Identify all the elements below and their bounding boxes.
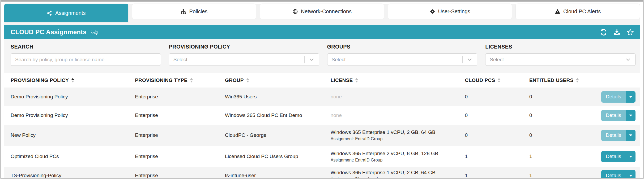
- tab-cloud-pc-alerts[interactable]: Cloud PC Alerts: [516, 4, 640, 19]
- column-header-cloud-pcs[interactable]: CLOUD PCS: [465, 77, 529, 83]
- licenses-label: LICENSES: [485, 44, 636, 50]
- cell-actions: Details: [594, 110, 636, 121]
- filter-groups: GROUPS Select...: [327, 44, 477, 67]
- cell-type: Enterprise: [135, 94, 225, 100]
- license-name: Windows 365 Enterprise 2 vCPU, 8 GB, 128…: [331, 151, 465, 156]
- refresh-icon[interactable]: [600, 29, 607, 36]
- groups-select[interactable]: Select...: [327, 53, 477, 66]
- cell-policy: Demo Provisioning Policy: [11, 94, 135, 100]
- details-split-button: Details: [601, 110, 636, 121]
- cell-group: CloudPC - George: [225, 132, 331, 138]
- details-split-button: Details: [601, 130, 636, 141]
- license-name: none: [331, 112, 465, 118]
- cell-cloud-pcs: 1: [465, 154, 529, 159]
- select-placeholder: Select...: [169, 57, 304, 63]
- cell-license: none: [331, 94, 465, 100]
- license-name: Windows 365 Enterprise 1 vCPU, 2 GB, 64 …: [331, 129, 465, 135]
- caret-down-icon: [629, 96, 632, 98]
- details-button[interactable]: Details: [601, 170, 626, 179]
- column-header-group[interactable]: GROUP: [225, 77, 331, 83]
- table-row: Demo Provisioning Policy Enterprise Wind…: [4, 106, 640, 125]
- cell-type: Enterprise: [135, 112, 225, 118]
- tab-label: Policies: [189, 8, 207, 15]
- details-dropdown-button[interactable]: [626, 91, 636, 103]
- details-split-button: Details: [601, 170, 636, 179]
- column-label: CLOUD PCS: [465, 77, 495, 83]
- table-row: Optimized Cloud PCs Enterprise Licensed …: [4, 146, 640, 167]
- chevron-down-icon[interactable]: [305, 58, 319, 61]
- tab-assignments[interactable]: Assignments: [4, 4, 128, 22]
- gear-icon: [430, 9, 435, 14]
- cell-actions: Details: [594, 130, 636, 141]
- column-label: GROUP: [225, 77, 244, 83]
- sort-asc-icon: [71, 78, 74, 83]
- cell-group: Windows 365 Cloud PC Ent Demo: [225, 112, 331, 118]
- tab-label: User-Settings: [438, 8, 470, 15]
- column-label: PROVISIONING TYPE: [135, 77, 187, 83]
- tab-user-settings[interactable]: User-Settings: [388, 4, 512, 19]
- details-button[interactable]: Details: [601, 110, 626, 121]
- tab-policies[interactable]: Policies: [132, 4, 256, 19]
- cell-group: Win365 Users: [225, 94, 331, 100]
- select-placeholder: Select...: [485, 57, 621, 63]
- cell-actions: Details: [594, 151, 636, 162]
- panel-header: CLOUD PC Assignments: [4, 25, 640, 39]
- sort-icon: [497, 78, 501, 83]
- tab-label: Cloud PC Alerts: [563, 8, 601, 15]
- details-button[interactable]: Details: [601, 130, 626, 141]
- cell-cloud-pcs: 1: [465, 173, 529, 178]
- cell-policy: Demo Provisioning Policy: [11, 112, 135, 118]
- cell-entitled-users: 0: [529, 94, 594, 100]
- sort-icon: [246, 78, 249, 83]
- globe-icon: [292, 9, 298, 14]
- table-row: TS-Provisioning-Policy Enterprise ts-int…: [4, 167, 640, 179]
- column-header-provisioning-type[interactable]: PROVISIONING TYPE: [135, 77, 225, 83]
- cell-entitled-users: 1: [529, 173, 594, 178]
- details-dropdown-button[interactable]: [626, 110, 636, 121]
- select-placeholder: Select...: [327, 57, 463, 63]
- details-button[interactable]: Details: [601, 91, 626, 103]
- cell-license: Windows 365 Enterprise 2 vCPU, 8 GB, 128…: [331, 151, 465, 163]
- cell-cloud-pcs: 0: [465, 132, 529, 138]
- details-dropdown-button[interactable]: [626, 130, 636, 141]
- details-dropdown-button[interactable]: [626, 170, 636, 179]
- cell-type: Enterprise: [135, 173, 225, 178]
- filter-provisioning-policy: PROVISIONING POLICY Select...: [169, 44, 319, 67]
- details-button[interactable]: Details: [601, 151, 626, 162]
- provisioning-policy-label: PROVISIONING POLICY: [169, 44, 319, 50]
- licenses-select[interactable]: Select...: [485, 53, 636, 66]
- caret-down-icon: [629, 156, 632, 158]
- column-header-provisioning-policy[interactable]: PROVISIONING POLICY: [11, 77, 135, 83]
- cell-group: Licensed Cloud PC Users Group: [225, 154, 331, 159]
- column-header-license[interactable]: LICENSE: [331, 77, 465, 83]
- tab-label: Network-Connections: [301, 8, 352, 15]
- chevron-down-icon[interactable]: [621, 58, 635, 61]
- cell-license: Windows 365 Enterprise 1 vCPU, 2 GB, 64 …: [331, 170, 465, 179]
- share-nodes-icon: [47, 10, 52, 16]
- table-header: PROVISIONING POLICY PROVISIONING TYPE GR…: [4, 73, 640, 88]
- cell-type: Enterprise: [135, 154, 225, 159]
- cell-license: none: [331, 112, 465, 118]
- column-label: LICENSE: [331, 77, 353, 83]
- star-icon[interactable]: [627, 29, 634, 36]
- panel-title: CLOUD PC Assignments: [11, 28, 87, 36]
- chevron-down-icon[interactable]: [463, 58, 477, 61]
- app-window: Assignments Policies Network-Connections…: [0, 0, 644, 179]
- comments-icon[interactable]: [91, 29, 98, 35]
- cell-cloud-pcs: 0: [465, 94, 529, 100]
- license-name: none: [331, 94, 465, 100]
- cell-type: Enterprise: [135, 132, 225, 138]
- sort-icon: [190, 78, 193, 83]
- provisioning-policy-select[interactable]: Select...: [169, 53, 319, 66]
- details-dropdown-button[interactable]: [626, 151, 636, 162]
- cell-entitled-users: 1: [529, 154, 594, 159]
- cell-group: ts-intune-user: [225, 173, 331, 178]
- tab-network-connections[interactable]: Network-Connections: [260, 4, 384, 19]
- license-name: Windows 365 Enterprise 1 vCPU, 2 GB, 64 …: [331, 170, 465, 176]
- cell-entitled-users: 0: [529, 112, 594, 118]
- column-header-entitled-users[interactable]: ENTITLED USERS: [529, 77, 594, 83]
- tab-strip: Assignments Policies Network-Connections…: [4, 4, 640, 25]
- download-icon[interactable]: [613, 29, 620, 36]
- search-input[interactable]: [11, 53, 161, 66]
- cell-actions: Details: [594, 170, 636, 179]
